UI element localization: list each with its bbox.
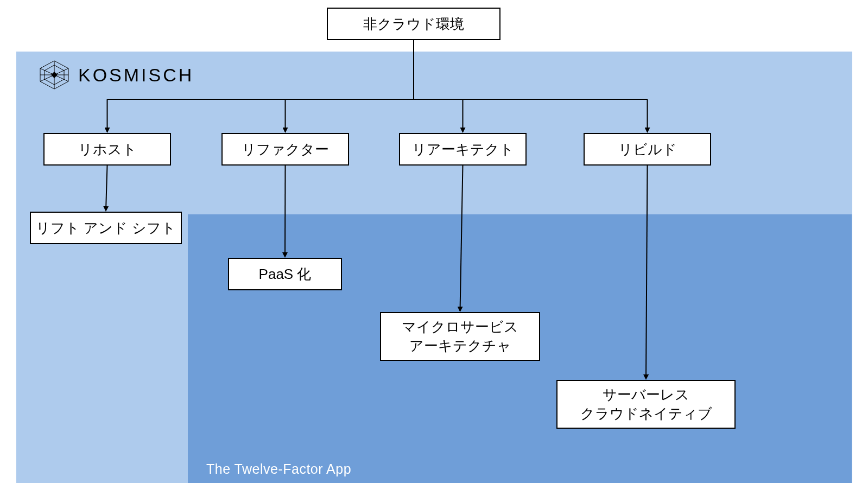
node-rebuild: リビルド [584,133,711,166]
node-microservices: マイクロサービスアーキテクチャ [380,312,540,361]
node-serverless: サーバーレスクラウドネイティブ [556,380,736,429]
node-root: 非クラウド環境 [327,8,500,40]
edges-layer [0,0,868,496]
node-rehost: リホスト [43,133,171,166]
node-lift_shift: リフト アンド シフト [30,212,182,244]
node-paas: PaaS 化 [228,258,342,290]
node-rearchitect: リアーキテクト [399,133,527,166]
node-refactor: リファクター [221,133,349,166]
